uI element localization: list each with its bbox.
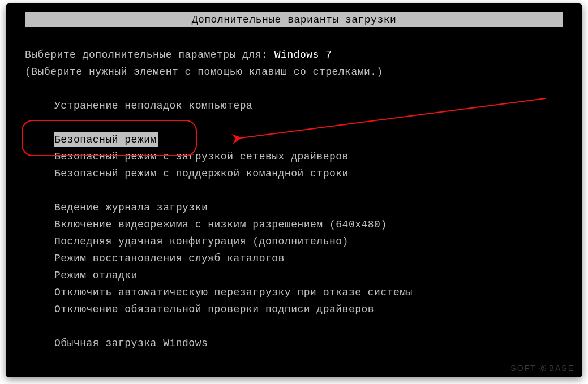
option-repair[interactable]: Устранение неполадок компьютера	[25, 97, 563, 114]
watermark-left: SOFT	[510, 364, 536, 373]
option-ds-restore[interactable]: Режим восстановления служб каталогов	[25, 250, 563, 267]
option-last-known-good[interactable]: Последняя удачная конфигурация (дополнит…	[25, 233, 563, 250]
prompt-prefix: Выберите дополнительные параметры для:	[25, 49, 274, 61]
screen-body: Выберите дополнительные параметры для: W…	[25, 46, 563, 366]
option-safe-mode-cmd[interactable]: Безопасный режим с поддержкой командной …	[25, 165, 563, 182]
svg-line-7	[544, 370, 546, 371]
gear-icon	[539, 364, 547, 372]
spacer	[25, 114, 563, 131]
spacer	[25, 182, 563, 199]
option-safe-mode-net[interactable]: Безопасный режим с загрузкой сетевых дра…	[25, 148, 563, 165]
option-no-auto-restart[interactable]: Отключить автоматическую перезагрузку пр…	[25, 284, 563, 301]
instruction-line: (Выберите нужный элемент с помощью клави…	[25, 63, 563, 80]
spacer	[25, 80, 563, 97]
svg-line-6	[540, 365, 541, 366]
option-start-normally[interactable]: Обычная загрузка Windows	[25, 335, 563, 352]
svg-line-8	[540, 370, 541, 371]
os-name: Windows 7	[274, 49, 332, 61]
watermark-right: BASE	[549, 364, 574, 373]
prompt-line: Выберите дополнительные параметры для: W…	[25, 46, 563, 63]
screen-title: Дополнительные варианты загрузки	[25, 12, 563, 27]
option-boot-log[interactable]: Ведение журнала загрузки	[25, 199, 563, 216]
boot-screen: Дополнительные варианты загрузки Выберит…	[6, 3, 582, 377]
svg-point-1	[541, 367, 544, 370]
svg-line-9	[544, 365, 546, 366]
option-no-driver-sig[interactable]: Отключение обязательной проверки подписи…	[25, 301, 563, 318]
option-safe-mode[interactable]: Безопасный режим	[25, 131, 563, 148]
option-debug[interactable]: Режим отладки	[25, 267, 563, 284]
watermark: SOFT BASE	[510, 364, 574, 373]
option-low-res[interactable]: Включение видеорежима с низким разрешени…	[25, 216, 563, 233]
spacer	[25, 318, 563, 335]
option-safe-mode-label: Безопасный режим	[54, 132, 158, 147]
